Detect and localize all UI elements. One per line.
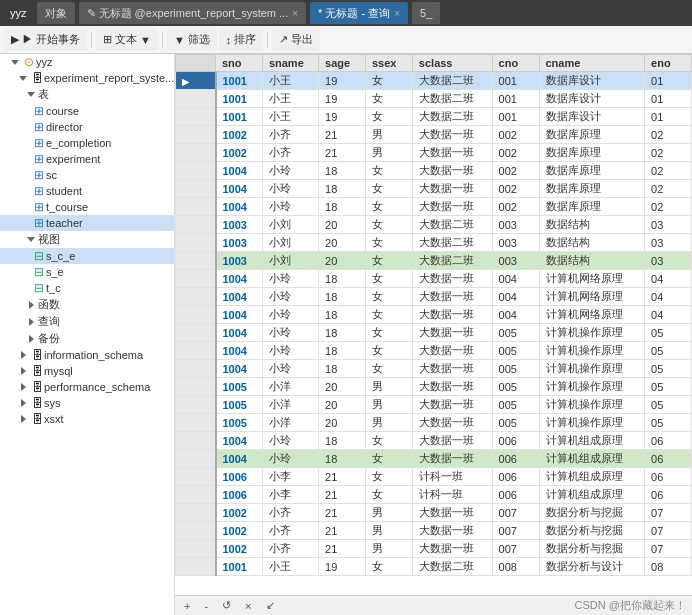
- tab-untitled1[interactable]: ✎ 无标题 @experiment_report_system ... ×: [79, 2, 307, 24]
- sort-button[interactable]: ↕ 排序: [219, 29, 264, 51]
- table-row[interactable]: 1002小齐21男大数据一班007数据分析与挖掘07: [176, 522, 692, 540]
- export-button[interactable]: ↗ 导出: [272, 29, 320, 51]
- cell-sno: 1002: [216, 126, 263, 144]
- col-sno[interactable]: sno: [216, 55, 263, 72]
- table-row[interactable]: 1006小李21女计科一班006计算机组成原理06: [176, 486, 692, 504]
- cell-sclass: 大数据一班: [412, 432, 492, 450]
- refresh-button[interactable]: ↺: [219, 599, 234, 612]
- cell-eno: 06: [645, 468, 692, 486]
- col-sname[interactable]: sname: [262, 55, 318, 72]
- table-row[interactable]: 1003小刘20女大数据二班003数据结构03: [176, 216, 692, 234]
- cell-ssex: 女: [365, 486, 412, 504]
- table-row[interactable]: 1006小李21女计科一班006计算机组成原理06: [176, 468, 692, 486]
- sidebar-item-student[interactable]: ⊞ student: [0, 183, 174, 199]
- table-row[interactable]: 1004小玲18女大数据一班004计算机网络原理04: [176, 288, 692, 306]
- col-cno[interactable]: cno: [492, 55, 539, 72]
- table-row[interactable]: 1002小齐21男大数据一班007数据分析与挖掘07: [176, 540, 692, 558]
- sidebar-item-sys[interactable]: 🗄 sys: [0, 395, 174, 411]
- sidebar-item-queries-folder[interactable]: 查询: [0, 313, 174, 330]
- table-row[interactable]: 1004小玲18女大数据一班006计算机组成原理06: [176, 450, 692, 468]
- sidebar-item-yyz[interactable]: ⊙ yyz: [0, 54, 174, 70]
- table-row[interactable]: 1004小玲18女大数据一班006计算机组成原理06: [176, 432, 692, 450]
- table-row[interactable]: 1001小王19女大数据二班001数据库设计01: [176, 108, 692, 126]
- cell-sage: 18: [319, 342, 366, 360]
- cell-sname: 小玲: [262, 270, 318, 288]
- table-row[interactable]: 1004小玲18女大数据一班005计算机操作原理05: [176, 342, 692, 360]
- sidebar-item-tcourse[interactable]: ⊞ t_course: [0, 199, 174, 215]
- close-icon[interactable]: ×: [292, 8, 298, 19]
- col-sage[interactable]: sage: [319, 55, 366, 72]
- cell-sno: 1004: [216, 288, 263, 306]
- sidebar-item-sce[interactable]: ⊟ s_c_e: [0, 248, 174, 264]
- cell-sno: 1003: [216, 234, 263, 252]
- close-icon[interactable]: ×: [394, 8, 400, 19]
- table-row[interactable]: 1002小齐21男大数据一班007数据分析与挖掘07: [176, 504, 692, 522]
- sidebar-item-sc[interactable]: ⊞ sc: [0, 167, 174, 183]
- tab-objects[interactable]: 对象: [37, 2, 75, 24]
- tab-query[interactable]: * 无标题 - 查询 ×: [310, 2, 408, 24]
- table-row[interactable]: 1004小玲18女大数据一班002数据库原理02: [176, 180, 692, 198]
- sidebar-item-tc[interactable]: ⊟ t_c: [0, 280, 174, 296]
- table-row[interactable]: 1004小玲18女大数据一班004计算机网络原理04: [176, 306, 692, 324]
- table-row[interactable]: 1004小玲18女大数据一班005计算机操作原理05: [176, 324, 692, 342]
- table-row[interactable]: 1005小洋20男大数据一班005计算机操作原理05: [176, 396, 692, 414]
- cell-ssex: 男: [365, 414, 412, 432]
- add-row-button[interactable]: +: [181, 600, 193, 612]
- cancel-button[interactable]: ×: [242, 600, 254, 612]
- arrow-right-icon: [16, 348, 30, 362]
- cell-sage: 19: [319, 108, 366, 126]
- table-row[interactable]: 1003小刘20女大数据二班003数据结构03: [176, 234, 692, 252]
- sidebar-item-perfschema[interactable]: 🗄 performance_schema: [0, 379, 174, 395]
- table-row[interactable]: 1004小玲18女大数据一班004计算机网络原理04: [176, 270, 692, 288]
- cell-ssex: 女: [365, 324, 412, 342]
- col-eno[interactable]: eno: [645, 55, 692, 72]
- table-row[interactable]: 1005小洋20男大数据一班005计算机操作原理05: [176, 378, 692, 396]
- table-row[interactable]: 1002小齐21男大数据一班002数据库原理02: [176, 126, 692, 144]
- col-sclass[interactable]: sclass: [412, 55, 492, 72]
- tab-extra-label: 5_: [420, 7, 432, 19]
- table-row[interactable]: ▶1001小王19女大数据二班001数据库设计01: [176, 72, 692, 90]
- sidebar-item-se[interactable]: ⊟ s_e: [0, 264, 174, 280]
- table-row[interactable]: 1003小刘20女大数据二班003数据结构03: [176, 252, 692, 270]
- filter-button[interactable]: ▼ 筛选: [167, 29, 217, 51]
- begin-transaction-button[interactable]: ▶ ▶ 开始事务: [4, 29, 87, 51]
- cell-cname: 数据库设计: [539, 108, 645, 126]
- data-table-container[interactable]: sno sname sage ssex sclass cno cname eno…: [175, 54, 692, 595]
- text-view-button[interactable]: ⊞ 文本 ▼: [96, 29, 158, 51]
- sidebar-item-db[interactable]: 🗄 experiment_report_syste...: [0, 70, 174, 86]
- tab-extra[interactable]: 5_: [412, 2, 440, 24]
- cell-sname: 小王: [262, 90, 318, 108]
- table-row[interactable]: 1001小王19女大数据二班001数据库设计01: [176, 90, 692, 108]
- col-ssex[interactable]: ssex: [365, 55, 412, 72]
- table-row[interactable]: 1001小王19女大数据二班008数据分析与设计08: [176, 558, 692, 576]
- cell-cno: 006: [492, 432, 539, 450]
- view-icon: ⊟: [32, 281, 46, 295]
- cell-eno: 02: [645, 126, 692, 144]
- view-icon: ⊟: [32, 265, 46, 279]
- col-cname[interactable]: cname: [539, 55, 645, 72]
- sidebar-item-tables-folder[interactable]: 表: [0, 86, 174, 103]
- table-row[interactable]: 1005小洋20男大数据一班005计算机操作原理05: [176, 414, 692, 432]
- delete-row-button[interactable]: -: [201, 600, 211, 612]
- cell-sage: 18: [319, 198, 366, 216]
- cell-eno: 08: [645, 558, 692, 576]
- sidebar-item-views-folder[interactable]: 视图: [0, 231, 174, 248]
- sidebar-item-infschema[interactable]: 🗄 information_schema: [0, 347, 174, 363]
- cell-cno: 006: [492, 450, 539, 468]
- cell-sage: 21: [319, 468, 366, 486]
- sidebar-item-director[interactable]: ⊞ director: [0, 119, 174, 135]
- table-row[interactable]: 1004小玲18女大数据一班002数据库原理02: [176, 198, 692, 216]
- sidebar-item-xsxt[interactable]: 🗄 xsxt: [0, 411, 174, 427]
- table-row[interactable]: 1004小玲18女大数据一班002数据库原理02: [176, 162, 692, 180]
- cell-sno: 1002: [216, 540, 263, 558]
- sidebar-item-mysql[interactable]: 🗄 mysql: [0, 363, 174, 379]
- sidebar-item-functions-folder[interactable]: 函数: [0, 296, 174, 313]
- sidebar-item-backup-folder[interactable]: 备份: [0, 330, 174, 347]
- sidebar-item-ecompletion[interactable]: ⊞ e_completion: [0, 135, 174, 151]
- sidebar-item-course[interactable]: ⊞ course: [0, 103, 174, 119]
- sidebar-item-experiment[interactable]: ⊞ experiment: [0, 151, 174, 167]
- sidebar-item-teacher[interactable]: ⊞ teacher: [0, 215, 174, 231]
- apply-button[interactable]: ↙: [263, 599, 278, 612]
- table-row[interactable]: 1002小齐21男大数据一班002数据库原理02: [176, 144, 692, 162]
- table-row[interactable]: 1004小玲18女大数据一班005计算机操作原理05: [176, 360, 692, 378]
